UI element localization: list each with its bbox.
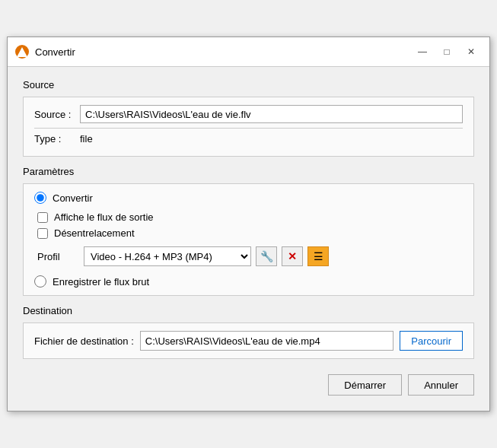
profile-list-button[interactable]: ☰ — [307, 246, 329, 266]
source-box: Source : Type : file — [23, 97, 474, 157]
raw-radio-row: Enregistrer le flux brut — [34, 275, 463, 288]
source-divider — [34, 128, 463, 129]
browse-button[interactable]: Parcourir — [400, 331, 463, 351]
profile-label: Profil — [37, 251, 79, 262]
raw-radio[interactable] — [34, 275, 46, 288]
source-input[interactable] — [80, 105, 463, 123]
close-button[interactable]: ✕ — [460, 43, 482, 60]
show-flux-checkbox[interactable] — [37, 212, 48, 223]
window-controls: — □ ✕ — [412, 43, 482, 60]
params-section-title: Paramètres — [23, 166, 474, 177]
delete-icon: ✕ — [288, 250, 297, 262]
params-section: Paramètres Convertir Affiche le flux de … — [23, 166, 474, 296]
app-icon — [15, 45, 29, 59]
destination-section: Destination Fichier de destination : Par… — [23, 305, 474, 359]
type-label: Type : — [34, 133, 80, 145]
source-label: Source : — [34, 109, 80, 120]
window-title: Convertir — [35, 46, 412, 58]
convert-radio-row: Convertir — [34, 192, 463, 204]
minimize-button[interactable]: — — [412, 43, 433, 60]
show-flux-row: Affiche le flux de sortie — [37, 211, 463, 223]
deinterlace-checkbox[interactable] — [37, 228, 48, 239]
destination-row: Fichier de destination : Parcourir — [34, 331, 463, 351]
profile-row: Profil Video - H.264 + MP3 (MP4) Video -… — [37, 246, 463, 266]
title-bar: Convertir — □ ✕ — [8, 37, 489, 67]
type-value: file — [80, 133, 93, 145]
source-section: Source Source : Type : file — [23, 79, 474, 157]
list-icon: ☰ — [314, 250, 323, 262]
type-field-row: Type : file — [34, 133, 463, 145]
profile-settings-button[interactable]: 🔧 — [256, 246, 277, 266]
deinterlace-label: Désentrelacement — [54, 227, 135, 239]
params-box: Convertir Affiche le flux de sortie Dése… — [23, 183, 474, 296]
vlc-cone-icon — [17, 47, 27, 57]
source-field-row: Source : — [34, 105, 463, 123]
cancel-button[interactable]: Annuler — [408, 374, 474, 396]
deinterlace-row: Désentrelacement — [37, 227, 463, 239]
destination-section-title: Destination — [23, 305, 474, 316]
wrench-icon: 🔧 — [260, 250, 273, 262]
profile-select[interactable]: Video - H.264 + MP3 (MP4) Video - H.265 … — [84, 246, 251, 266]
convert-radio[interactable] — [34, 192, 46, 204]
convert-label: Convertir — [53, 192, 93, 204]
start-button[interactable]: Démarrer — [328, 374, 402, 396]
destination-box: Fichier de destination : Parcourir — [23, 322, 474, 359]
footer-buttons: Démarrer Annuler — [23, 371, 474, 399]
source-section-title: Source — [23, 79, 474, 91]
maximize-button[interactable]: □ — [436, 43, 457, 60]
profile-delete-button[interactable]: ✕ — [282, 246, 303, 266]
main-window: Convertir — □ ✕ Source Source : Type : f… — [7, 37, 490, 411]
dest-file-label: Fichier de destination : — [34, 335, 134, 347]
dest-file-input[interactable] — [140, 331, 393, 351]
show-flux-label: Affiche le flux de sortie — [54, 211, 154, 223]
window-content: Source Source : Type : file Paramètres — [8, 67, 489, 411]
raw-label: Enregistrer le flux brut — [53, 276, 149, 288]
